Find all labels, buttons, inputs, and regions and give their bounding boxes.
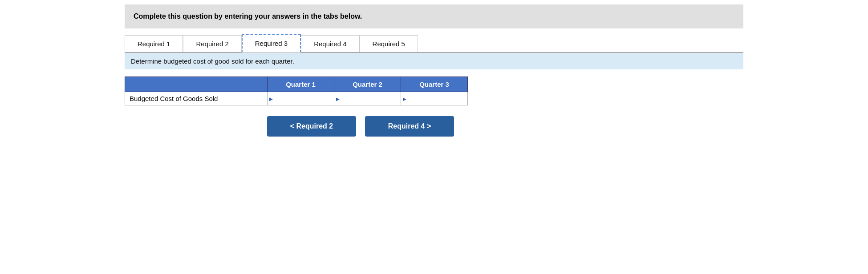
table-container: Quarter 1 Quarter 2 Quarter 3 Budgeted C…: [125, 77, 743, 105]
header-text: Complete this question by entering your …: [134, 12, 362, 20]
instruction-text: Determine budgeted cost of good sold for…: [131, 57, 294, 65]
tab-required-4[interactable]: Required 4: [301, 35, 359, 52]
q1-input[interactable]: [268, 92, 334, 105]
next-button-label: Required 4 >: [388, 122, 431, 130]
col-header-q3: Quarter 3: [401, 77, 468, 92]
instruction-bar: Determine budgeted cost of good sold for…: [125, 53, 743, 69]
tabs-row: Required 1 Required 2 Required 3 Require…: [125, 34, 743, 53]
prev-button-label: < Required 2: [290, 122, 333, 130]
col-header-q1: Quarter 1: [268, 77, 334, 92]
col-header-empty: [125, 77, 268, 92]
prev-button[interactable]: < Required 2: [267, 116, 356, 137]
q3-input[interactable]: [401, 92, 467, 105]
table-header-row: Quarter 1 Quarter 2 Quarter 3: [125, 77, 468, 92]
main-container: Complete this question by entering your …: [125, 0, 743, 137]
q3-cell[interactable]: [401, 92, 468, 105]
tab-required-3[interactable]: Required 3: [242, 34, 301, 52]
next-button[interactable]: Required 4 >: [365, 116, 454, 137]
tab-required-2[interactable]: Required 2: [183, 35, 241, 52]
q2-input[interactable]: [334, 92, 401, 105]
q2-cell[interactable]: [334, 92, 401, 105]
header-banner: Complete this question by entering your …: [125, 4, 743, 28]
tab-required-5[interactable]: Required 5: [360, 35, 418, 52]
tab-required-1[interactable]: Required 1: [125, 35, 183, 52]
row-label: Budgeted Cost of Goods Sold: [125, 92, 268, 105]
data-table: Quarter 1 Quarter 2 Quarter 3 Budgeted C…: [125, 77, 468, 105]
col-header-q2: Quarter 2: [334, 77, 401, 92]
nav-buttons: < Required 2 Required 4 >: [267, 116, 743, 137]
q1-cell[interactable]: [268, 92, 334, 105]
table-row: Budgeted Cost of Goods Sold: [125, 92, 468, 105]
